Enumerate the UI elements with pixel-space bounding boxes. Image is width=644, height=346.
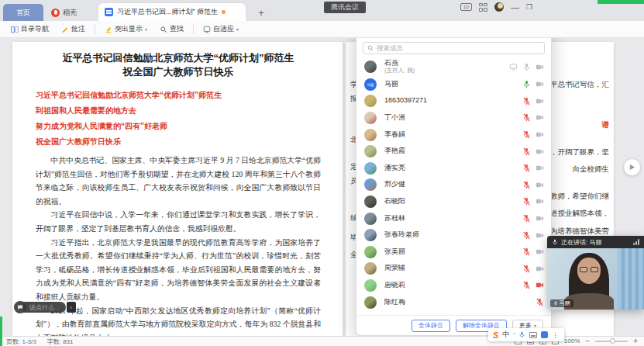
camera-icon[interactable] (536, 197, 544, 206)
camera-icon[interactable] (536, 181, 544, 189)
member-row[interactable]: 丁小洲 (356, 109, 551, 126)
zoom-out-button[interactable]: − (585, 338, 590, 344)
member-avatar (364, 296, 377, 309)
grid-view-icon[interactable] (479, 3, 487, 12)
next-page-button[interactable] (623, 158, 641, 176)
member-row[interactable]: 石燕(主持人, 我) (356, 57, 551, 76)
mic-icon[interactable] (522, 197, 531, 206)
window-layout-controls: 1D — ❐ (460, 2, 532, 12)
member-name: 李艳霞 (384, 147, 522, 155)
member-row[interactable]: 唐晓莉 (356, 277, 551, 294)
mic-icon[interactable] (522, 130, 531, 139)
member-row[interactable]: 18630397271 (356, 93, 551, 110)
tab-home[interactable]: 首页 (3, 4, 43, 21)
camera-icon[interactable] (536, 97, 544, 106)
member-row[interactable]: 潘实亮 (356, 160, 551, 177)
member-avatar (364, 178, 377, 191)
annotate-label: 批注 (71, 24, 85, 34)
restore-button[interactable]: ❐ (526, 3, 532, 11)
member-row[interactable]: 马丽马丽 (356, 76, 551, 93)
member-av-controls (522, 181, 544, 189)
search-icon (367, 45, 374, 51)
tab-document-active[interactable]: 习近平总书记回...师计划” 师范生 (98, 3, 246, 21)
member-row[interactable]: 周荣辅 (356, 261, 551, 278)
mic-icon[interactable] (536, 298, 544, 306)
mic-icon (552, 239, 558, 245)
doc-title-line2: 祝全国广大教师节日快乐 (36, 65, 321, 79)
member-row[interactable]: 张春玲老师 (356, 227, 551, 244)
mic-icon[interactable] (522, 147, 531, 156)
mic-icon[interactable] (522, 247, 531, 256)
member-avatar (364, 213, 377, 225)
member-av-controls (522, 80, 544, 88)
mute-all-button[interactable]: 全体静音 (412, 320, 450, 332)
ime-more-icon[interactable]: ⋮ (552, 331, 560, 339)
ime-punctuation-toggle[interactable]: ’ (513, 331, 515, 339)
find-button[interactable]: 查找 (155, 22, 188, 36)
mic-icon[interactable] (522, 63, 531, 71)
mic-icon[interactable] (522, 231, 531, 240)
skin-theme-icon[interactable] (494, 2, 504, 12)
ime-logo-icon[interactable]: S (493, 330, 498, 340)
member-list[interactable]: 石燕(主持人, 我) 马丽马丽 18630397271 丁小洲 李春娟 (356, 56, 551, 315)
camera-icon[interactable] (536, 147, 544, 156)
ime-keyboard-icon[interactable] (529, 332, 537, 338)
mic-icon[interactable] (522, 97, 531, 106)
member-row[interactable]: 陈红梅 (356, 294, 551, 311)
mic-icon[interactable] (522, 164, 531, 172)
minimize-button[interactable]: — (511, 2, 519, 12)
ime-skin-icon[interactable] (541, 331, 548, 338)
member-name: 石晓阳 (384, 198, 522, 206)
member-row[interactable]: 李春娟 (356, 126, 551, 144)
new-tab-button[interactable]: + (253, 4, 269, 21)
camera-icon[interactable] (536, 80, 544, 88)
camera-icon[interactable] (536, 281, 544, 289)
member-row[interactable]: 石晓阳 (356, 193, 551, 210)
mic-icon[interactable] (522, 265, 531, 273)
ime-mode-toggle[interactable]: 中 (502, 330, 509, 340)
toc-nav-button[interactable]: 目录导航 (6, 22, 53, 36)
member-avatar (364, 112, 377, 124)
meeting-video-window[interactable]: 正在讲话: 马丽 马丽 (547, 236, 644, 310)
camera-icon[interactable] (536, 231, 544, 240)
meeting-chat-pill: 说点什么... ‹ (14, 301, 76, 313)
mic-icon[interactable] (522, 281, 531, 289)
camera-icon[interactable] (536, 247, 544, 256)
annotate-button[interactable]: 批注 (57, 22, 90, 36)
highlight-button[interactable]: 突出显示 ▾ (100, 22, 152, 36)
mic-icon[interactable] (522, 113, 531, 122)
chat-collapse-button[interactable]: ‹ (67, 302, 76, 313)
member-row[interactable]: 李艳霞 (356, 143, 551, 160)
member-search-box[interactable] (363, 42, 545, 54)
zoom-in-button[interactable]: + (633, 338, 638, 344)
camera-icon[interactable] (536, 164, 544, 172)
camera-icon[interactable] (536, 130, 544, 139)
autofit-button[interactable]: 自适应 ▾ (198, 22, 243, 36)
member-row[interactable]: 张美丽 (356, 244, 551, 261)
member-name: 18630397271 (384, 97, 522, 105)
member-role: (主持人, 我) (384, 67, 509, 74)
camera-icon[interactable] (536, 214, 544, 223)
camera-icon[interactable] (536, 63, 544, 71)
member-avatar (364, 61, 377, 73)
share-screen-icon[interactable] (509, 63, 518, 71)
toc-icon (11, 26, 19, 33)
camera-icon[interactable] (536, 113, 544, 122)
toc-nav-label: 目录导航 (21, 24, 49, 34)
split-view-icon[interactable]: 1D (460, 3, 472, 11)
ime-voice-icon[interactable] (518, 331, 525, 338)
zoom-slider-thumb[interactable] (610, 338, 615, 344)
member-row[interactable]: 邢少健 (356, 177, 551, 194)
tab-docer[interactable]: 稻壳 (43, 4, 84, 21)
member-search-input[interactable] (377, 44, 540, 52)
tencent-meeting-overlay-label[interactable]: 腾讯会议 (324, 2, 366, 13)
member-row[interactable]: 苏桂林 (356, 210, 551, 227)
member-name: 张美丽 (384, 248, 522, 256)
mic-icon[interactable] (522, 80, 531, 88)
zoom-slider[interactable] (595, 341, 628, 342)
mic-icon[interactable] (522, 214, 531, 223)
zoom-level-label[interactable]: 100% (564, 337, 580, 344)
camera-icon[interactable] (536, 265, 544, 273)
mic-icon[interactable] (522, 181, 531, 189)
chat-input[interactable]: 说点什么... (23, 302, 66, 313)
